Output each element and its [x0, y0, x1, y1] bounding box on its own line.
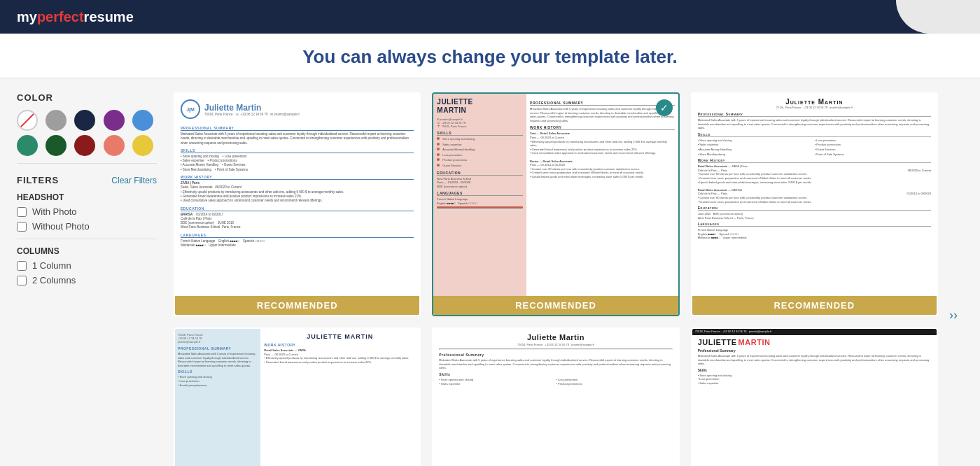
tmpl5-label-summary: Professional Summary — [439, 353, 672, 357]
template-card-6[interactable]: 75018, Paris France +33 06 12 34 56 78 j… — [691, 327, 938, 466]
resume-tmpl5: Juliette Martin 75054, Paris France +33 … — [433, 329, 678, 466]
tmpl1-label-work: WORK HISTORY — [181, 175, 414, 180]
logo-perfect: perfect — [37, 9, 84, 24]
tmpl1-languages-text: French Native Language English ■■■■□ Spa… — [181, 239, 414, 248]
logo: myperfectresume — [17, 9, 134, 25]
template-card-3[interactable]: Juliette Martin 75 De, Paris France +33 … — [691, 92, 938, 316]
tmpl4-summary-text: Motivated Sales Associate with 5 years o… — [178, 352, 258, 367]
tmpl5-contact: 75054, Paris France +33 06 12 34 56 78 j… — [439, 343, 672, 346]
template-preview-4: 75018, Paris France+33 06 12 34 56 78jma… — [175, 329, 419, 466]
tmpl1-label-summary: PROFESSIONAL SUMMARY — [181, 126, 414, 131]
tmpl4-work-text: Retail Sales Associate — ZARA Paris — 08… — [264, 348, 416, 364]
divider-headshot-columns — [17, 239, 157, 239]
tmpl1-skills-text: • Store opening and closing • Loss preve… — [181, 155, 414, 172]
tmpl3-label-education: Education — [698, 206, 931, 211]
swatch-navy[interactable] — [74, 110, 95, 131]
tmpl4-name: JULIETTE MARTIN — [264, 333, 416, 340]
tmpl5-skills-text: • Store opening and closing• Loss preven… — [439, 378, 672, 386]
template-card-1[interactable]: J|M Juliette Martin 75018, Paris France … — [174, 92, 421, 316]
resume-tmpl4: 75018, Paris France+33 06 12 34 56 78jma… — [175, 329, 419, 466]
color-swatches — [17, 110, 157, 156]
filters-title: FILTERS — [17, 175, 59, 185]
one-column-option[interactable]: 1 Column — [17, 260, 157, 271]
logo-resume: resume — [84, 9, 134, 24]
two-columns-checkbox[interactable] — [17, 276, 27, 285]
resume-tmpl6: 75018, Paris France +33 06 12 34 56 78 j… — [692, 329, 937, 466]
tmpl2-work-text: Zara — Retail Sales Associate Paris — 08… — [530, 132, 675, 178]
tmpl1-name: Juliette Martin — [204, 103, 300, 113]
tmpl2-lang-text: French Native Language English ■■■■□ Spa… — [437, 197, 523, 211]
two-columns-option[interactable]: 2 Columns — [17, 275, 157, 285]
tmpl5-name: Juliette Martin — [439, 333, 672, 341]
tmpl2-label-summary: PROFESSIONAL SUMMARY — [530, 101, 675, 106]
recommended-badge-3: RECOMMENDED — [692, 296, 937, 315]
with-photo-label: With Photo — [32, 206, 77, 217]
tmpl2-label-edu: EDUCATION — [437, 171, 523, 176]
with-photo-checkbox[interactable] — [17, 207, 27, 217]
subtitle-bar: You can always change your template late… — [0, 34, 980, 78]
header: myperfectresume — [0, 0, 980, 34]
tmpl4-contact: 75018, Paris France+33 06 12 34 56 78jma… — [178, 333, 258, 344]
tmpl2-edu-text: New Paris Business SchoolParis — 01/2019… — [437, 177, 523, 189]
tmpl2-skills-text: Store opening and closing Sales expertis… — [437, 137, 523, 168]
without-photo-checkbox[interactable] — [17, 222, 27, 232]
clear-filters-link[interactable]: Clear Filters — [111, 176, 157, 185]
tmpl1-contact: 75018, Paris France ☏ +33 06 12 34 56 78… — [204, 113, 300, 116]
tmpl6-label-summary: Professional Summary — [698, 348, 931, 353]
tmpl2-right: PROFESSIONAL SUMMARY Motivated Sales Ass… — [526, 94, 678, 315]
template-card-5[interactable]: Juliette Martin 75054, Paris France +33 … — [432, 327, 679, 466]
tmpl1-label-skills: SKILLS — [181, 148, 414, 153]
header-curve — [896, 0, 980, 34]
without-photo-option[interactable]: Without Photo — [17, 221, 157, 232]
tmpl2-layout: JULIETTEMARTIN ✉ jmartin@sample.fr ☏ +33… — [433, 94, 678, 315]
tmpl6-name-line: JULIETTE MARTIN — [698, 338, 931, 346]
tmpl2-contact: ✉ jmartin@sample.fr ☏ +33 06 12 34 56 78… — [437, 118, 523, 128]
tmpl3-education-text: June 2015 BDE (commerce option) West Par… — [698, 212, 931, 220]
logo-my: my — [17, 9, 37, 24]
swatch-purple[interactable] — [104, 110, 125, 131]
swatch-dark-red[interactable] — [74, 135, 95, 156]
tmpl3-skills-text: • Store opening and closing• Loss preven… — [698, 139, 931, 156]
two-columns-label: 2 Columns — [32, 275, 76, 285]
tmpl3-contact: 75 De, Paris France +33 06 12 34 56 78 j… — [698, 106, 931, 109]
template-grid: J|M Juliette Martin 75018, Paris France … — [174, 92, 938, 466]
selected-check-2: ✓ — [656, 99, 673, 116]
tmpl3-label-skills: Skills — [698, 132, 931, 137]
swatch-blue[interactable] — [132, 110, 153, 131]
tmpl1-initials: J|M — [181, 99, 200, 119]
tmpl1-work-text: ZARA | Paris Sales, Sales Associate 09/2… — [181, 181, 414, 203]
swatch-salmon[interactable] — [104, 135, 125, 156]
template-card-4[interactable]: 75018, Paris France+33 06 12 34 56 78jma… — [174, 327, 421, 466]
tmpl3-summary-text: Motivated Sales Associate with 5 years o… — [698, 118, 931, 130]
nav-arrow-right[interactable]: ›› — [949, 307, 958, 322]
tmpl5-divider — [439, 348, 672, 350]
tmpl1-education-text: BARISA 01/2014 to 03/2017 Café de la Pai… — [181, 213, 414, 230]
swatch-teal[interactable] — [17, 135, 38, 156]
resume-tmpl3: Juliette Martin 75 De, Paris France +33 … — [692, 94, 937, 315]
swatch-none[interactable] — [17, 110, 38, 131]
template-card-2[interactable]: JULIETTEMARTIN ✉ jmartin@sample.fr ☏ +33… — [432, 92, 679, 316]
tmpl6-label-skills: Skills — [698, 368, 931, 372]
tmpl3-work-text: Retail Sales Associate — ZARA | Paris Ca… — [698, 164, 931, 204]
main-container: COLOR FILTERS Clear Filters HEADSHOT Wit… — [0, 78, 980, 466]
template-preview-2: JULIETTEMARTIN ✉ jmartin@sample.fr ☏ +33… — [433, 94, 678, 315]
tmpl4-layout: 75018, Paris France+33 06 12 34 56 78jma… — [175, 329, 419, 466]
tmpl6-firstname: JULIETTE — [698, 338, 737, 346]
tmpl3-languages-text: French Native Language English ■■■■□ Spa… — [698, 228, 931, 240]
tmpl6-header: 75018, Paris France +33 06 12 34 56 78 j… — [692, 329, 937, 335]
tmpl2-label-work: WORK HISTORY — [530, 125, 675, 130]
one-column-label: 1 Column — [32, 260, 71, 271]
swatch-gray[interactable] — [46, 110, 66, 131]
tmpl3-name: Juliette Martin — [698, 98, 931, 106]
tmpl4-label-summary: PROFESSIONAL SUMMARY — [178, 346, 258, 351]
divider-color-filters — [17, 163, 157, 164]
resume-tmpl1: J|M Juliette Martin 75018, Paris France … — [175, 94, 419, 315]
with-photo-option[interactable]: With Photo — [17, 206, 157, 217]
tmpl5-label-skills: Skills — [439, 372, 672, 376]
one-column-checkbox[interactable] — [17, 261, 27, 271]
swatch-yellow[interactable] — [132, 135, 153, 156]
tmpl3-label-languages: Languages — [698, 222, 931, 227]
swatch-dark-green[interactable] — [46, 135, 66, 156]
columns-title: COLUMNS — [17, 246, 157, 256]
filters-header: FILTERS Clear Filters — [17, 175, 157, 185]
